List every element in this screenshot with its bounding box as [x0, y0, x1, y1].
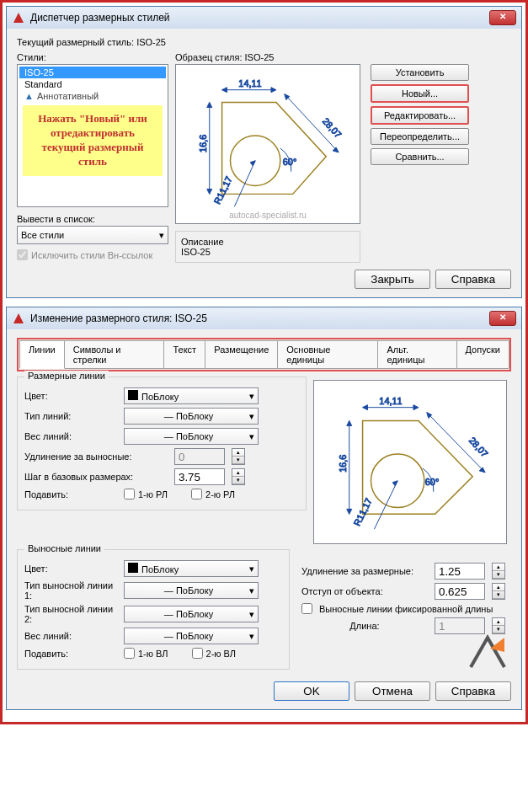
- fixed-length-checkbox[interactable]: Выносные линии фиксированной длины: [301, 603, 506, 614]
- svg-line-7: [234, 161, 255, 206]
- app-icon: [12, 11, 25, 24]
- app-icon: [12, 312, 25, 325]
- style-item-annotative[interactable]: ▲Аннотативный: [19, 90, 166, 102]
- chevron-down-icon: ▾: [249, 391, 254, 402]
- brand-logo-icon: [467, 633, 509, 671]
- svg-text:R11,17: R11,17: [352, 496, 374, 527]
- svg-text:14,11: 14,11: [238, 78, 261, 88]
- tab-alt[interactable]: Альт. единицы: [377, 340, 456, 368]
- color-combo[interactable]: ПоБлоку▾: [124, 387, 259, 404]
- linetype-combo[interactable]: — ПоБлоку▾: [124, 408, 259, 425]
- extension-lines-group: Выносные линии Цвет: ПоБлоку▾ Тип выносн…: [17, 549, 290, 670]
- tab-fit[interactable]: Размещение: [205, 340, 278, 368]
- chevron-down-icon: ▾: [249, 564, 254, 574]
- ext1-type-combo[interactable]: — ПоБлоку▾: [124, 582, 259, 599]
- svg-line-17: [374, 481, 397, 529]
- modify-dim-style-dialog: Изменение размерного стиля: ISO-25 ✕ Лин…: [6, 307, 522, 710]
- watermark: autocad-specialist.ru: [176, 211, 360, 220]
- tab-text[interactable]: Текст: [163, 340, 205, 368]
- chevron-down-icon: ▾: [249, 609, 254, 620]
- svg-text:28,07: 28,07: [467, 435, 490, 459]
- window-title-2: Изменение размерного стиля: ISO-25: [30, 313, 489, 324]
- titlebar-2[interactable]: Изменение размерного стиля: ISO-25 ✕: [7, 307, 521, 329]
- instruction-note: Нажать "Новый" или отредактировать текущ…: [23, 105, 163, 176]
- chevron-down-icon: ▾: [249, 411, 254, 422]
- ok-button[interactable]: OK: [274, 681, 349, 701]
- titlebar[interactable]: Диспетчер размерных стилей ✕: [7, 7, 521, 29]
- list-filter-select[interactable]: Все стили▾: [17, 226, 168, 244]
- svg-text:R11,17: R11,17: [212, 174, 234, 206]
- tab-lines[interactable]: Линии: [19, 340, 65, 369]
- styles-label: Стили:: [17, 52, 168, 62]
- baseline-input[interactable]: [174, 468, 225, 485]
- chevron-down-icon: ▾: [249, 631, 254, 642]
- cancel-button[interactable]: Отмена: [355, 681, 430, 701]
- suppress-1vl-checkbox[interactable]: 1-ю ВЛ: [124, 648, 168, 659]
- window-title: Диспетчер размерных стилей: [30, 12, 489, 24]
- svg-text:28,07: 28,07: [321, 116, 344, 140]
- annotative-icon: ▲: [24, 91, 34, 101]
- svg-text:14,11: 14,11: [379, 396, 402, 406]
- styles-listbox[interactable]: ISO-25 Standard ▲Аннотативный Нажать "Но…: [17, 64, 168, 207]
- style-preview-2: 14,11 16,6 28,07 R11,17 60°: [313, 380, 507, 544]
- spinner[interactable]: ▴▾: [492, 583, 505, 600]
- svg-text:60°: 60°: [425, 477, 439, 487]
- suppress-2vl-checkbox[interactable]: 2-ю ВЛ: [192, 648, 237, 659]
- compare-button[interactable]: Сравнить...: [371, 148, 469, 165]
- suppress-1rl-checkbox[interactable]: 1-ю РЛ: [124, 489, 168, 499]
- ext-color-combo[interactable]: ПоБлоку▾: [124, 560, 259, 577]
- tab-symbols[interactable]: Символы и стрелки: [64, 340, 165, 368]
- spinner[interactable]: ▴▾: [492, 617, 505, 634]
- ext2-type-combo[interactable]: — ПоБлоку▾: [124, 606, 259, 622]
- spinner[interactable]: ▴▾: [492, 563, 505, 580]
- style-item-iso25[interactable]: ISO-25: [19, 67, 166, 78]
- spinner[interactable]: ▴▾: [232, 468, 245, 485]
- description-box: Описание ISO-25: [175, 231, 360, 263]
- close-dialog-button[interactable]: Закрыть: [355, 270, 430, 289]
- tabs-container: Линии Символы и стрелки Текст Размещение…: [19, 340, 509, 369]
- svg-text:16,6: 16,6: [338, 455, 348, 473]
- length-input: [435, 617, 485, 634]
- new-button[interactable]: Новый...: [371, 84, 469, 103]
- sample-label: Образец стиля: ISO-25: [175, 52, 360, 62]
- close-button-2[interactable]: ✕: [489, 311, 516, 326]
- exclude-xref-checkbox[interactable]: Исключить стили Вн-ссылок: [17, 249, 168, 260]
- ext-beyond-input[interactable]: [435, 563, 485, 580]
- style-item-standard[interactable]: Standard: [19, 78, 166, 90]
- suppress-2rl-checkbox[interactable]: 2-ю РЛ: [191, 489, 235, 499]
- list-filter-label: Вывести в список:: [17, 214, 168, 224]
- tab-primary[interactable]: Основные единицы: [277, 340, 378, 368]
- offset-input[interactable]: [435, 583, 485, 600]
- ext-lineweight-combo[interactable]: — ПоБлоку▾: [124, 628, 259, 644]
- dimension-lines-group: Размерные линии Цвет: ПоБлоку▾ Тип линий…: [17, 377, 307, 510]
- help-button[interactable]: Справка: [435, 270, 511, 289]
- svg-text:16,6: 16,6: [198, 135, 208, 152]
- dim-style-manager-dialog: Диспетчер размерных стилей ✕ Текущий раз…: [6, 6, 522, 298]
- extend-input: [174, 448, 225, 465]
- style-preview: 14,11 16,6 28,07 R11,17 60° autocad-spec…: [175, 64, 360, 224]
- tab-tolerances[interactable]: Допуски: [456, 340, 509, 368]
- chevron-down-icon: ▾: [249, 585, 254, 596]
- checkbox-input[interactable]: [17, 249, 28, 260]
- svg-text:60°: 60°: [283, 157, 296, 167]
- modify-button[interactable]: Редактировать...: [371, 106, 469, 125]
- close-button[interactable]: ✕: [489, 10, 516, 25]
- chevron-down-icon: ▾: [249, 431, 254, 442]
- override-button[interactable]: Переопределить...: [371, 128, 469, 145]
- lineweight-combo[interactable]: — ПоБлоку▾: [124, 428, 259, 445]
- spinner[interactable]: ▴▾: [232, 448, 245, 465]
- help-button-2[interactable]: Справка: [435, 681, 511, 701]
- set-current-button[interactable]: Установить: [371, 64, 469, 81]
- chevron-down-icon: ▾: [159, 230, 164, 241]
- current-style-label: Текущий размерный стиль: ISO-25: [17, 37, 511, 47]
